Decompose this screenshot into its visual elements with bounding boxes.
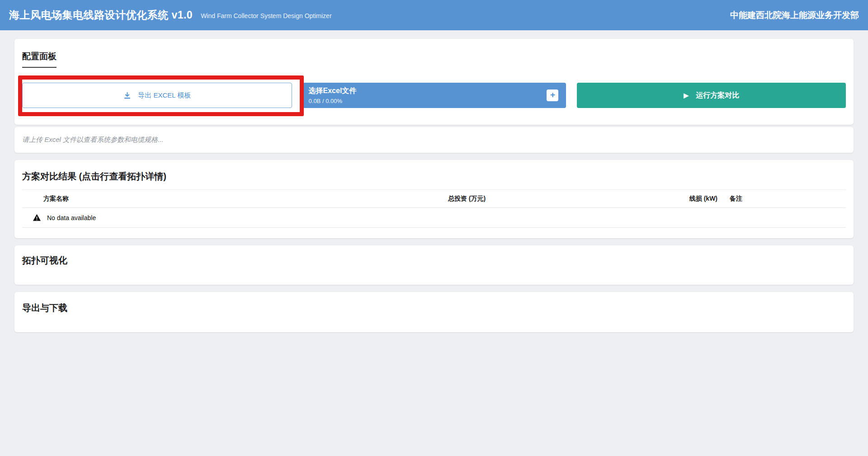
plus-icon[interactable]: + [547,89,558,101]
upload-hint-card: 请上传 Excel 文件以查看系统参数和电缆规格... [14,127,854,153]
app-subtitle: Wind Farm Collector System Design Optimi… [201,12,331,19]
run-comparison-button[interactable]: ▶ 运行方案对比 [577,83,846,108]
config-panel-card: 配置面板 导出 EXCEL 模板 选择Excel文件 0.0B / 0.00% … [14,39,854,125]
upload-hint-text: 请上传 Excel 文件以查看系统参数和电缆规格... [22,136,846,144]
export-excel-template-label: 导出 EXCEL 模板 [138,91,191,100]
column-header-total-investment: 总投资 (万元) [448,195,486,203]
play-icon: ▶ [684,92,689,99]
empty-data-row: No data available [22,208,846,228]
select-excel-file-button[interactable]: 选择Excel文件 0.0B / 0.00% + [303,83,566,108]
app-header: 海上风电场集电线路设计优化系统 v1.0 Wind Farm Collector… [0,0,868,30]
download-icon [123,91,132,100]
upload-progress: 0.0B / 0.00% [309,98,357,104]
config-panel-heading: 配置面板 [22,51,57,68]
export-download-card: 导出与下载 [14,292,854,332]
empty-data-message: No data available [47,214,96,221]
export-excel-template-button[interactable]: 导出 EXCEL 模板 [22,83,292,108]
topology-heading: 拓扑可视化 [22,254,846,267]
column-header-line-loss: 线损 (kW) [689,195,717,203]
department-label: 中能建西北院海上能源业务开发部 [730,9,859,21]
upload-text-block: 选择Excel文件 0.0B / 0.00% [309,86,357,104]
column-header-remarks: 备注 [730,195,742,203]
results-heading: 方案对比结果 (点击行查看拓扑详情) [22,170,846,183]
warning-icon [33,214,41,221]
results-table: 方案名称 总投资 (万元) 线损 (kW) 备注 No data availab… [22,189,846,228]
page-content: 配置面板 导出 EXCEL 模板 选择Excel文件 0.0B / 0.00% … [0,30,868,332]
config-actions-row: 导出 EXCEL 模板 选择Excel文件 0.0B / 0.00% + ▶ 运… [22,83,846,108]
column-header-scheme-name: 方案名称 [43,195,69,203]
results-card: 方案对比结果 (点击行查看拓扑详情) 方案名称 总投资 (万元) 线损 (kW)… [14,160,854,238]
export-download-heading: 导出与下载 [22,302,846,314]
topology-card: 拓扑可视化 [14,245,854,285]
run-comparison-label: 运行方案对比 [696,91,739,100]
app-title: 海上风电场集电线路设计优化系统 v1.0 [9,8,193,22]
upload-label: 选择Excel文件 [309,86,357,96]
results-table-header: 方案名称 总投资 (万元) 线损 (kW) 备注 [22,190,846,208]
